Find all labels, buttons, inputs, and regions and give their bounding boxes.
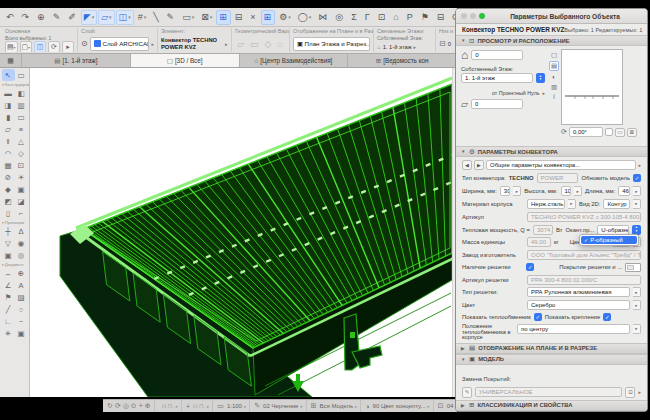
update-model-checkbox[interactable] bbox=[633, 174, 641, 182]
roof-tool[interactable]: △ bbox=[15, 135, 28, 147]
line-tool[interactable]: ╱ bbox=[2, 303, 15, 315]
info-icon[interactable]: i bbox=[549, 93, 559, 101]
chevron-right-icon[interactable]: ▸ bbox=[414, 44, 417, 50]
camera-tool[interactable]: ◉ bbox=[15, 237, 28, 249]
reference-level-select[interactable]: от Проектный Нуль bbox=[492, 90, 540, 96]
renovation-filter-select[interactable]: ⊡04 Проек bbox=[433, 400, 457, 412]
geom-variant-4-icon[interactable]: ⌂ bbox=[275, 39, 284, 49]
figure-tool[interactable]: ▣ bbox=[15, 327, 28, 339]
frame-icon[interactable]: ▭▾ bbox=[179, 10, 197, 25]
zoom-extents-icon[interactable]: ◎ bbox=[122, 402, 130, 410]
type-field[interactable]: POWER bbox=[537, 173, 579, 183]
snap-grid-icon[interactable]: #▾ bbox=[135, 10, 150, 25]
interior-elevation-tool[interactable]: ▽ bbox=[2, 237, 15, 249]
coating-picker-button[interactable]: ⊡ bbox=[625, 387, 635, 398]
symbol-view-icon[interactable]: ▢ bbox=[549, 51, 559, 59]
schedule-icon[interactable]: ⊟ bbox=[232, 10, 247, 25]
expand-icon[interactable]: ▸ bbox=[62, 41, 74, 52]
clock-icon[interactable]: ◯▾ bbox=[295, 10, 315, 25]
preview-reset-button[interactable]: ⊠ bbox=[627, 128, 637, 137]
favorites-icon[interactable]: ▢▾ bbox=[20, 41, 33, 52]
sum-icon[interactable]: Σ bbox=[348, 10, 361, 25]
rotate-preview-icon[interactable]: ⟳ bbox=[561, 128, 567, 136]
object-tool[interactable]: ◆ bbox=[2, 183, 15, 195]
model-view-icon[interactable]: ◐ bbox=[549, 73, 559, 81]
quick-option-2[interactable]: +Н.П. bbox=[181, 400, 212, 412]
spline-tool[interactable]: ~ bbox=[15, 315, 28, 327]
rotate-view-icon[interactable]: ↻ bbox=[106, 402, 114, 410]
window-tool[interactable]: ◨ bbox=[2, 99, 15, 111]
fill-tool[interactable]: ▨ bbox=[15, 291, 28, 303]
beam-tool[interactable]: ▭ bbox=[15, 111, 28, 123]
arc-tool[interactable]: ○ bbox=[15, 303, 28, 315]
detail-tool[interactable]: ◎ bbox=[15, 249, 28, 261]
color-dropdown[interactable] bbox=[633, 300, 641, 310]
layer-select[interactable]: Слой ARCHICAD bbox=[90, 37, 150, 51]
shell-tool[interactable]: ◠ bbox=[2, 147, 15, 159]
object-preview[interactable] bbox=[561, 49, 623, 125]
polyline-tool[interactable]: ∟ bbox=[2, 315, 15, 327]
wall-tool[interactable]: ▬ bbox=[2, 87, 15, 99]
label-tool[interactable]: ⚑ bbox=[2, 291, 15, 303]
railing-tool[interactable]: ‖ bbox=[2, 135, 15, 147]
preview-mirror-button[interactable]: ▭ bbox=[615, 128, 625, 137]
length-field[interactable]: 4600 bbox=[618, 186, 630, 196]
close-window-icon[interactable] bbox=[461, 13, 467, 19]
home-story-value[interactable]: 1. 1-й этаж bbox=[383, 44, 412, 50]
show-exchanger-checkbox[interactable] bbox=[534, 313, 542, 321]
section-marker-tool[interactable]: ┼ bbox=[2, 225, 15, 237]
width-dropdown[interactable] bbox=[513, 186, 521, 196]
structure-display-select[interactable]: ⊞Вся Модель bbox=[306, 400, 361, 412]
home-story-select[interactable]: 1. 1-й этаж bbox=[461, 73, 533, 83]
morph-tool[interactable]: ◇ bbox=[15, 147, 28, 159]
rotate-icon[interactable]: ⟳ bbox=[48, 41, 60, 52]
prev-page-button[interactable]: ◀ bbox=[462, 160, 472, 170]
equipment-tool[interactable]: ▣ bbox=[15, 183, 28, 195]
material-select[interactable]: Нерж.сталь bbox=[527, 199, 565, 209]
chevron-right-icon[interactable]: ▸ bbox=[151, 41, 154, 47]
position-dropdown[interactable] bbox=[633, 324, 641, 334]
grille-type-select[interactable]: РРА Рулонная алюминиевая bbox=[527, 287, 630, 297]
text-tool[interactable]: A bbox=[15, 279, 28, 291]
door-tool[interactable]: ◧ bbox=[15, 87, 28, 99]
height-field[interactable]: 105 bbox=[561, 186, 571, 196]
marquee-options-icon[interactable]: ▱▾ bbox=[98, 10, 114, 25]
section-view-location[interactable]: ▼ ⊡ ПРОСМОТР И РАСПОЛОЖЕНИЕ bbox=[456, 35, 647, 46]
tab-floor-plan[interactable]: ▤[1. 1-й этаж] bbox=[22, 54, 131, 67]
transfer-selection-icon[interactable]: ◫ bbox=[34, 41, 46, 52]
magnify-icon[interactable]: ⊕ bbox=[144, 402, 152, 410]
chevron-right-icon[interactable]: ▸ bbox=[638, 162, 641, 168]
bottom-offset-field[interactable]: 0 bbox=[471, 99, 523, 109]
eye-icon[interactable]: ⊙ bbox=[81, 39, 88, 48]
params-page-select[interactable]: Общие параметры конвектора... bbox=[486, 160, 636, 170]
arrow-tool[interactable]: ↖ bbox=[2, 69, 15, 81]
section-plan-display[interactable]: ▶ ▤ ОТОБРАЖЕНИЕ НА ПЛАНЕ И В РАЗРЕЗЕ bbox=[456, 343, 647, 354]
navigator-button[interactable]: ▦ bbox=[0, 54, 22, 67]
pen-set-select[interactable]: ✎02 Черчение bbox=[249, 400, 306, 412]
pick-up-parameters-icon[interactable]: ✎ bbox=[50, 10, 65, 25]
lock-icon[interactable]: ⊠▾ bbox=[198, 10, 215, 25]
grille-coating-button[interactable] bbox=[625, 263, 641, 272]
layout-icon[interactable]: ⊟ bbox=[434, 10, 449, 25]
level-dimension-tool[interactable]: ⊕ bbox=[15, 267, 28, 279]
slab-tool[interactable]: ▱ bbox=[2, 123, 15, 135]
height-dropdown[interactable] bbox=[574, 186, 582, 196]
stair-tool[interactable]: ≡ bbox=[15, 123, 28, 135]
inject-parameters-icon[interactable]: ✐ bbox=[65, 10, 80, 25]
mesh-tool[interactable]: ▦ bbox=[2, 159, 15, 171]
mirror-checkbox[interactable] bbox=[605, 128, 613, 136]
opening-tool[interactable]: ⊘ bbox=[2, 171, 15, 183]
grille-checkbox[interactable] bbox=[526, 263, 534, 271]
publish-icon[interactable]: P bbox=[404, 10, 417, 25]
grid-view-icon[interactable]: ⊞ bbox=[261, 10, 276, 25]
viewport-3d[interactable] bbox=[30, 68, 457, 397]
niche-tool[interactable]: ▯ bbox=[2, 207, 15, 219]
plan-view-icon[interactable]: ▤ bbox=[549, 61, 559, 71]
geom-variant-1-icon[interactable]: ▱ bbox=[235, 39, 246, 49]
position-select[interactable]: по центру bbox=[517, 324, 630, 334]
marquee-tool[interactable]: ▭ bbox=[15, 69, 28, 81]
corner-window-tool[interactable]: ◪ bbox=[15, 195, 28, 207]
rotation-angle-field[interactable]: 0,00° bbox=[569, 127, 603, 137]
zoom-window-icon[interactable] bbox=[479, 13, 485, 19]
zone-tool[interactable]: ⊡ bbox=[15, 159, 28, 171]
